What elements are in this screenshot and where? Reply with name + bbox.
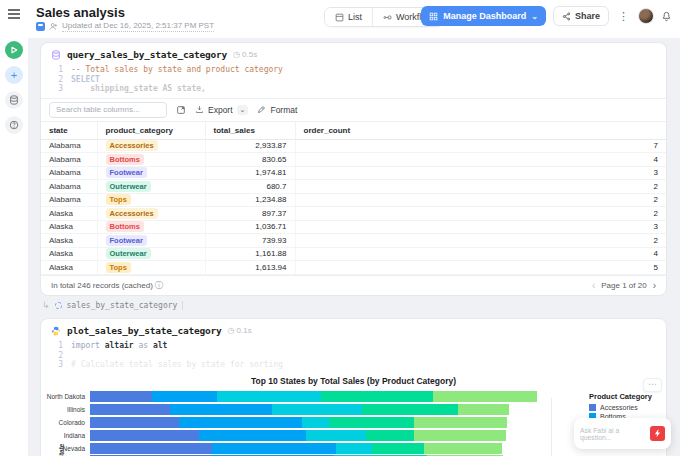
data-sources-button[interactable]	[5, 91, 23, 109]
y-axis-label: Nevada	[41, 445, 90, 452]
table-row: AlaskaAccessories897.372	[41, 207, 666, 221]
format-icon	[257, 105, 266, 114]
chart-menu-button[interactable]: ⋯	[643, 378, 662, 392]
cell-category: Accessories	[97, 207, 205, 221]
export-chevron[interactable]: ⌄	[237, 105, 249, 115]
export-button[interactable]: Export ⌄	[195, 105, 248, 115]
next-page-button[interactable]: ›	[653, 280, 656, 291]
column-header[interactable]: product_category	[97, 122, 205, 140]
search-input[interactable]	[49, 102, 167, 118]
bar-segment	[458, 404, 509, 415]
ask-fabi-input[interactable]: Ask Fabi ai a question...	[580, 427, 646, 441]
code-line: 3 shipping_state AS state,	[49, 84, 666, 94]
column-header[interactable]: total_sales	[205, 122, 295, 140]
results-table-body: AlabamaAccessories2,933.877AlabamaBottom…	[41, 139, 666, 274]
sql-cell-icon	[51, 50, 61, 60]
table-row: AlabamaAccessories2,933.877	[41, 139, 666, 153]
query-runtime: ◷0.5s	[233, 50, 257, 59]
dataframe-tab[interactable]: sales_by_state_category	[67, 301, 178, 310]
cell-total-sales: 1,613.94	[205, 261, 295, 275]
chart-output: Top 10 States by Total Sales (by Product…	[41, 376, 666, 456]
help-button[interactable]	[5, 116, 23, 134]
cell-state: Alabama	[41, 139, 97, 153]
notebook-canvas: query_sales_by_state_category ◷0.5s 1-- …	[28, 38, 680, 456]
cell-state: Alabama	[41, 193, 97, 207]
cell-state: Alaska	[41, 207, 97, 221]
cell-order-count: 4	[295, 153, 666, 167]
cell-category: Tops	[97, 261, 205, 275]
format-button[interactable]: Format	[257, 105, 297, 115]
category-badge: Outerwear	[106, 248, 151, 259]
manage-dashboard-button[interactable]: Manage Dashboard ⌄	[421, 6, 546, 26]
cell-order-count: 2	[295, 193, 666, 207]
cell-state: Alaska	[41, 261, 97, 275]
ask-fabi-widget: Ask Fabi ai a question...	[574, 418, 671, 449]
bar-segment	[336, 443, 372, 454]
column-header[interactable]: state	[41, 122, 97, 140]
bar-segment	[199, 430, 306, 441]
tab-list-view[interactable]: List	[325, 8, 372, 26]
cell-category: Tops	[97, 193, 205, 207]
y-axis-label: Colorado	[41, 419, 90, 426]
column-header[interactable]: order_count	[295, 122, 666, 140]
bar-segment	[90, 391, 152, 402]
legend-swatch	[589, 404, 596, 411]
record-count: In total 246 records (cached)	[51, 281, 153, 290]
cell-order-count: 2	[295, 234, 666, 248]
code-line: 3# Calculate total sales by state for so…	[49, 360, 666, 370]
dashboard-badge-icon	[36, 22, 45, 31]
cell-order-count: 7	[295, 139, 666, 153]
table-row: AlaskaOuterwear1,161.884	[41, 247, 666, 261]
chart-row: Nevada	[41, 442, 666, 455]
tab-cursor	[182, 301, 183, 310]
run-all-button[interactable]	[5, 41, 23, 59]
share-icon	[562, 12, 571, 21]
category-badge: Accessories	[106, 140, 158, 151]
category-badge: Outerwear	[106, 181, 151, 192]
bar-segment	[414, 417, 507, 428]
sql-editor[interactable]: 1-- Total sales by state and product cat…	[41, 62, 666, 98]
info-icon[interactable]: ⓘ	[155, 281, 163, 290]
plus-icon: +	[11, 69, 17, 81]
y-axis-title: State	[58, 431, 65, 456]
python-editor[interactable]: 1import altair as alt23# Calculate total…	[41, 338, 666, 374]
cell-order-count: 2	[295, 180, 666, 194]
hamburger-menu-icon[interactable]	[8, 9, 20, 19]
cell-state: Alabama	[41, 166, 97, 180]
table-footer: In total 246 records (cached)ⓘ ‹ Page 1 …	[41, 275, 666, 295]
collaborator-icon	[49, 22, 58, 31]
results-table: stateproduct_categorytotal_salesorder_co…	[41, 122, 666, 276]
add-cell-button[interactable]: +	[5, 66, 23, 84]
help-icon	[9, 120, 19, 130]
code-line: 1import altair as alt	[49, 341, 666, 351]
prev-page-button[interactable]: ‹	[592, 280, 595, 291]
legend-title: Product Category	[589, 392, 652, 401]
code-line: 2	[49, 351, 666, 361]
bar-segment	[170, 404, 272, 415]
table-row: AlaskaBottoms1,036.713	[41, 220, 666, 234]
user-avatar[interactable]	[638, 8, 654, 24]
fabi-logo-button[interactable]	[650, 426, 665, 441]
bar-segment	[212, 443, 336, 454]
cell-category: Accessories	[97, 139, 205, 153]
bar-segment	[90, 443, 212, 454]
cell-state: Alabama	[41, 153, 97, 167]
category-badge: Tops	[106, 262, 131, 273]
list-view-icon	[335, 13, 344, 22]
cell-total-sales: 1,161.88	[205, 247, 295, 261]
share-button[interactable]: Share	[553, 6, 609, 26]
category-badge: Footwear	[106, 167, 147, 178]
legend-item: Accessories	[589, 404, 652, 411]
cell-order-count: 2	[295, 207, 666, 221]
notifications-button[interactable]	[661, 11, 672, 22]
cell-category: Outerwear	[97, 180, 205, 194]
more-options-button[interactable]: ⋮	[616, 10, 631, 23]
bell-icon	[661, 11, 672, 22]
cell-order-count: 4	[295, 247, 666, 261]
cell-state: Alabama	[41, 180, 97, 194]
table-toolbar: Export ⌄ Format	[41, 98, 666, 122]
stacked-bar	[90, 417, 551, 428]
plot-cell-header: plot_sales_by_state_category ◷0.1s	[41, 319, 666, 338]
expand-table-button[interactable]	[176, 105, 186, 115]
top-bar: Sales analysis Updated at Dec 16, 2025, …	[28, 0, 680, 38]
